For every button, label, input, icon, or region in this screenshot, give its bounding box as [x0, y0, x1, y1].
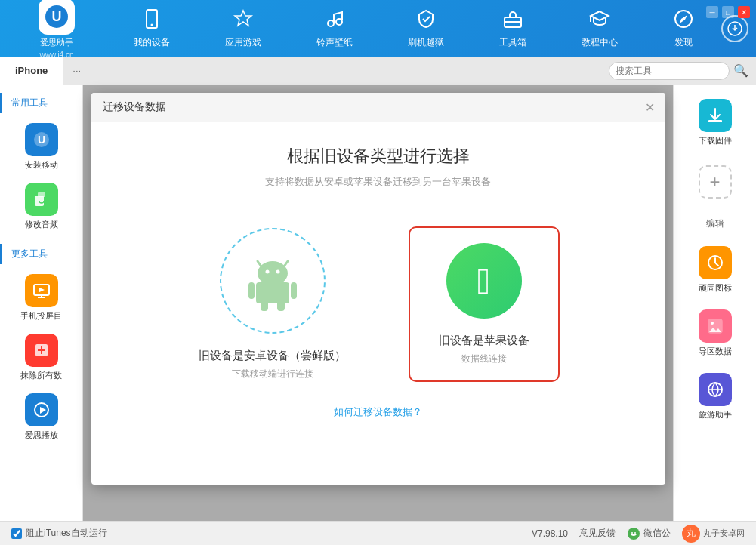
nav-bar: 我的设备 应用游戏 铃声壁纸 [106, 5, 721, 53]
modify-ringtone-label: 修改音频 [25, 219, 58, 230]
device-tab-bar: iPhone ··· 🔍 [0, 57, 756, 85]
search-icon[interactable]: 🔍 [733, 63, 748, 78]
sidebar-install-app[interactable]: U 安装移动 [0, 117, 82, 177]
main-content: 常用工具 U 安装移动 修改音频 更多工具 [0, 85, 756, 521]
svg-rect-31 [708, 120, 722, 122]
nav-jailbreak-label: 刷机越狱 [408, 36, 444, 49]
device-options: 旧设备是安卓设备（尝鲜版） 下载移动端进行连接  旧设备是苹果设备 数据线连接 [122, 226, 635, 382]
sidebar-screen-mirror[interactable]: 手机投屏目 [0, 268, 82, 328]
sidebar-restore-icon[interactable]: 顽固图标 [674, 240, 756, 300]
how-to-anchor[interactable]: 如何迁移设备数据？ [334, 406, 422, 417]
status-left: 阻止iTunes自动运行 [11, 527, 107, 540]
how-to-link[interactable]: 如何迁移设备数据？ [122, 405, 635, 419]
svg-marker-4 [235, 11, 251, 26]
minimize-button[interactable]: ─ [706, 6, 718, 18]
nav-my-device[interactable]: 我的设备 [122, 5, 181, 53]
wechat-label: 微信公 [643, 527, 671, 540]
watermark: 丸 丸子安卓网 [682, 525, 745, 543]
maximize-button[interactable]: □ [722, 6, 734, 18]
logo-title: 爱思助手 [40, 37, 73, 48]
watermark-logo: 丸 [682, 525, 700, 543]
apps-icon [233, 8, 254, 34]
svg-marker-20 [40, 407, 46, 414]
feedback-button[interactable]: 意见反馈 [579, 527, 616, 540]
modal-subtext: 支持将数据从安卓或苹果设备迁移到另一台苹果设备 [122, 175, 635, 189]
sidebar-travel-assist[interactable]: 旅游助手 [674, 367, 756, 426]
media-player-label: 爱思播放 [25, 430, 58, 441]
apple-logo-icon:  [477, 260, 491, 302]
migrate-modal: 迁移设备数据 ✕ 根据旧设备类型进行选择 支持将数据从安卓或苹果设备迁移到另一台… [91, 93, 665, 485]
discover-icon [673, 8, 694, 34]
nav-apps-games[interactable]: 应用游戏 [214, 5, 273, 53]
media-player-icon [25, 393, 58, 426]
sidebar-add-new[interactable]: + [674, 156, 756, 208]
nav-toolbox[interactable]: 工具箱 [488, 5, 538, 53]
sidebar-media-player[interactable]: 爱思播放 [0, 387, 82, 447]
install-app-label: 安装移动 [25, 159, 58, 171]
nav-my-device-label: 我的设备 [134, 36, 170, 49]
svg-point-3 [150, 23, 153, 26]
app-logo: U 爱思助手 www.i4.cn [8, 0, 106, 59]
more-tab[interactable]: ··· [63, 57, 90, 85]
nav-discover[interactable]: 发现 [662, 5, 705, 53]
sidebar-modify-ringtone[interactable]: 修改音频 [0, 177, 82, 236]
iphone-tab[interactable]: iPhone [0, 57, 63, 85]
android-robot-icon [242, 251, 303, 311]
search-area: 🔍 [609, 57, 756, 85]
tutorial-icon [589, 8, 610, 34]
sidebar-import-data[interactable]: 导区数据 [674, 303, 756, 363]
restore-icon-label: 顽固图标 [699, 282, 732, 294]
download-button[interactable] [721, 15, 748, 42]
logo-subtitle: www.i4.cn [39, 51, 73, 59]
nav-tutorial-label: 教程中心 [582, 36, 618, 49]
restore-icon-icon [699, 246, 732, 279]
toolbox-icon [502, 8, 523, 34]
svg-rect-28 [291, 282, 297, 299]
android-option[interactable]: 旧设备是安卓设备（尝鲜版） 下载移动端进行连接 [197, 228, 348, 380]
modify-ringtone-icon [25, 183, 58, 216]
svg-rect-26 [256, 282, 289, 303]
nav-toolbox-label: 工具箱 [499, 36, 526, 49]
itunes-checkbox-wrap[interactable]: 阻止iTunes自动运行 [11, 527, 107, 540]
svg-rect-27 [248, 282, 255, 299]
modal-close-button[interactable]: ✕ [643, 100, 658, 115]
apple-option[interactable]:  旧设备是苹果设备 数据线连接 [409, 226, 560, 382]
nav-ringtones-label: 铃声壁纸 [316, 36, 353, 49]
screen-mirror-label: 手机投屏目 [20, 310, 62, 322]
search-input[interactable] [609, 62, 730, 80]
import-data-label: 导区数据 [699, 346, 732, 357]
sidebar-download-firmware[interactable]: 下载固件 [674, 93, 756, 152]
wechat-icon [627, 527, 640, 540]
svg-rect-30 [277, 300, 285, 311]
android-option-subtitle: 下载移动端进行连接 [232, 368, 313, 380]
erase-data-icon [25, 334, 58, 367]
nav-ringtones[interactable]: 铃声壁纸 [305, 5, 364, 53]
top-bar: ─ □ ✕ U 爱思助手 www.i4.cn 我的设备 [0, 0, 756, 57]
apple-icon-circle:  [446, 243, 522, 319]
more-tab-icon: ··· [73, 65, 81, 76]
svg-marker-10 [680, 15, 687, 23]
svg-rect-15 [38, 192, 45, 197]
itunes-checkbox-label: 阻止iTunes自动运行 [26, 527, 107, 540]
add-new-icon[interactable]: + [699, 165, 732, 199]
sidebar-erase-data[interactable]: 抹除所有数 [0, 328, 82, 387]
android-option-title: 旧设备是安卓设备（尝鲜版） [199, 349, 346, 363]
android-icon-wrapper [220, 228, 326, 334]
nav-tutorial[interactable]: 教程中心 [570, 5, 629, 53]
nav-jailbreak[interactable]: 刷机越狱 [397, 5, 455, 53]
wechat-button[interactable]: 微信公 [627, 527, 671, 540]
import-data-icon [699, 309, 732, 343]
sidebar-edit[interactable]: 编辑 [674, 211, 756, 236]
svg-point-23 [258, 261, 288, 285]
svg-point-5 [328, 20, 334, 26]
version-label: V7.98.10 [532, 528, 568, 539]
close-button[interactable]: ✕ [738, 6, 750, 18]
download-firmware-icon [699, 99, 732, 132]
window-controls: ─ □ ✕ [706, 6, 750, 18]
screen-mirror-icon [25, 274, 58, 307]
section-more-tools: 更多工具 [0, 244, 82, 264]
itunes-checkbox[interactable] [11, 528, 22, 539]
device-tab-label: iPhone [15, 65, 48, 76]
modal-header: 迁移设备数据 ✕ [91, 93, 665, 122]
svg-marker-17 [39, 288, 45, 292]
